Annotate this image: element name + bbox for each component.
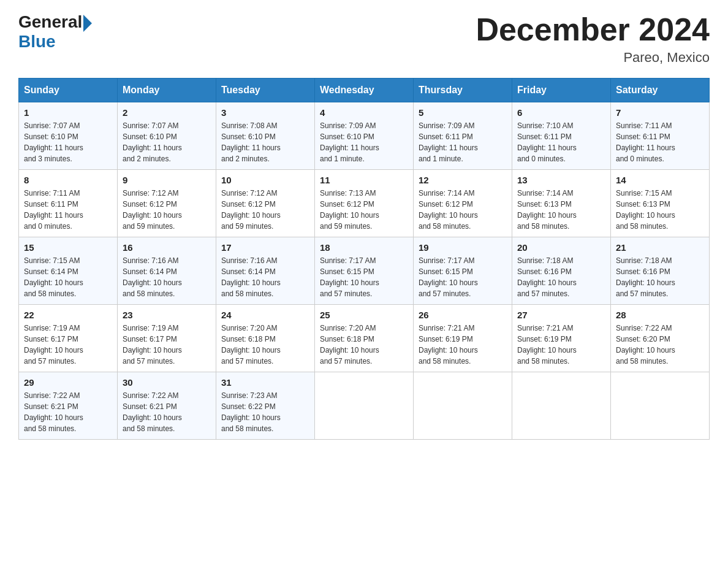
calendar-day-cell: 8Sunrise: 7:11 AM Sunset: 6:11 PM Daylig… <box>19 170 118 237</box>
day-info: Sunrise: 7:17 AM Sunset: 6:15 PM Dayligh… <box>320 255 408 299</box>
day-info: Sunrise: 7:16 AM Sunset: 6:14 PM Dayligh… <box>123 255 211 299</box>
day-info: Sunrise: 7:23 AM Sunset: 6:22 PM Dayligh… <box>221 390 309 434</box>
day-number: 9 <box>123 175 211 185</box>
day-number: 12 <box>419 175 507 185</box>
col-wednesday: Wednesday <box>315 79 414 102</box>
day-info: Sunrise: 7:07 AM Sunset: 6:10 PM Dayligh… <box>123 120 211 164</box>
calendar-table: Sunday Monday Tuesday Wednesday Thursday… <box>18 78 710 440</box>
day-info: Sunrise: 7:21 AM Sunset: 6:19 PM Dayligh… <box>419 323 507 367</box>
col-thursday: Thursday <box>414 79 512 102</box>
day-number: 31 <box>221 377 309 388</box>
day-number: 5 <box>419 107 507 118</box>
calendar-day-cell: 4Sunrise: 7:09 AM Sunset: 6:10 PM Daylig… <box>315 102 414 170</box>
day-number: 25 <box>320 310 408 320</box>
day-info: Sunrise: 7:22 AM Sunset: 6:21 PM Dayligh… <box>24 390 112 434</box>
day-info: Sunrise: 7:19 AM Sunset: 6:17 PM Dayligh… <box>24 323 112 367</box>
calendar-day-cell: 28Sunrise: 7:22 AM Sunset: 6:20 PM Dayli… <box>611 305 710 372</box>
header-row: Sunday Monday Tuesday Wednesday Thursday… <box>19 79 710 102</box>
day-info: Sunrise: 7:18 AM Sunset: 6:16 PM Dayligh… <box>517 255 605 299</box>
calendar-day-cell <box>512 372 611 440</box>
logo-text: General <box>18 12 92 32</box>
calendar-week-row: 22Sunrise: 7:19 AM Sunset: 6:17 PM Dayli… <box>19 305 710 372</box>
day-number: 26 <box>419 310 507 320</box>
calendar-week-row: 1Sunrise: 7:07 AM Sunset: 6:10 PM Daylig… <box>19 102 710 170</box>
col-friday: Friday <box>512 79 611 102</box>
col-saturday: Saturday <box>611 79 710 102</box>
calendar-body: 1Sunrise: 7:07 AM Sunset: 6:10 PM Daylig… <box>19 102 710 440</box>
title-area: December 2024 Pareo, Mexico <box>476 12 710 66</box>
day-info: Sunrise: 7:14 AM Sunset: 6:12 PM Dayligh… <box>419 188 507 232</box>
day-info: Sunrise: 7:08 AM Sunset: 6:10 PM Dayligh… <box>221 120 309 164</box>
calendar-week-row: 29Sunrise: 7:22 AM Sunset: 6:21 PM Dayli… <box>19 372 710 440</box>
day-number: 14 <box>616 175 704 185</box>
day-info: Sunrise: 7:09 AM Sunset: 6:10 PM Dayligh… <box>320 120 408 164</box>
day-info: Sunrise: 7:18 AM Sunset: 6:16 PM Dayligh… <box>616 255 704 299</box>
calendar-day-cell: 17Sunrise: 7:16 AM Sunset: 6:14 PM Dayli… <box>216 237 315 305</box>
day-number: 16 <box>123 242 211 253</box>
calendar-day-cell <box>414 372 512 440</box>
day-number: 27 <box>517 310 605 320</box>
day-number: 4 <box>320 107 408 118</box>
day-number: 24 <box>221 310 309 320</box>
day-info: Sunrise: 7:12 AM Sunset: 6:12 PM Dayligh… <box>123 188 211 232</box>
calendar-day-cell: 2Sunrise: 7:07 AM Sunset: 6:10 PM Daylig… <box>118 102 216 170</box>
calendar-header: Sunday Monday Tuesday Wednesday Thursday… <box>19 79 710 102</box>
calendar-day-cell: 26Sunrise: 7:21 AM Sunset: 6:19 PM Dayli… <box>414 305 512 372</box>
calendar-day-cell: 10Sunrise: 7:12 AM Sunset: 6:12 PM Dayli… <box>216 170 315 237</box>
day-info: Sunrise: 7:14 AM Sunset: 6:13 PM Dayligh… <box>517 188 605 232</box>
day-info: Sunrise: 7:15 AM Sunset: 6:14 PM Dayligh… <box>24 255 112 299</box>
day-info: Sunrise: 7:20 AM Sunset: 6:18 PM Dayligh… <box>221 323 309 367</box>
calendar-day-cell: 5Sunrise: 7:09 AM Sunset: 6:11 PM Daylig… <box>414 102 512 170</box>
day-number: 13 <box>517 175 605 185</box>
calendar-day-cell: 15Sunrise: 7:15 AM Sunset: 6:14 PM Dayli… <box>19 237 118 305</box>
day-number: 17 <box>221 242 309 253</box>
calendar-week-row: 15Sunrise: 7:15 AM Sunset: 6:14 PM Dayli… <box>19 237 710 305</box>
day-number: 11 <box>320 175 408 185</box>
day-number: 2 <box>123 107 211 118</box>
logo-blue: Blue <box>18 32 56 52</box>
day-number: 28 <box>616 310 704 320</box>
day-info: Sunrise: 7:22 AM Sunset: 6:20 PM Dayligh… <box>616 323 704 367</box>
calendar-day-cell <box>315 372 414 440</box>
day-number: 6 <box>517 107 605 118</box>
day-info: Sunrise: 7:17 AM Sunset: 6:15 PM Dayligh… <box>419 255 507 299</box>
day-number: 3 <box>221 107 309 118</box>
day-number: 20 <box>517 242 605 253</box>
month-title: December 2024 <box>476 12 710 47</box>
calendar-day-cell: 21Sunrise: 7:18 AM Sunset: 6:16 PM Dayli… <box>611 237 710 305</box>
logo-arrow-icon <box>83 15 92 32</box>
day-info: Sunrise: 7:09 AM Sunset: 6:11 PM Dayligh… <box>419 120 507 164</box>
col-tuesday: Tuesday <box>216 79 315 102</box>
calendar-week-row: 8Sunrise: 7:11 AM Sunset: 6:11 PM Daylig… <box>19 170 710 237</box>
day-info: Sunrise: 7:21 AM Sunset: 6:19 PM Dayligh… <box>517 323 605 367</box>
calendar-day-cell: 13Sunrise: 7:14 AM Sunset: 6:13 PM Dayli… <box>512 170 611 237</box>
calendar-day-cell: 9Sunrise: 7:12 AM Sunset: 6:12 PM Daylig… <box>118 170 216 237</box>
day-number: 7 <box>616 107 704 118</box>
calendar-day-cell: 1Sunrise: 7:07 AM Sunset: 6:10 PM Daylig… <box>19 102 118 170</box>
day-info: Sunrise: 7:11 AM Sunset: 6:11 PM Dayligh… <box>24 188 112 232</box>
day-info: Sunrise: 7:12 AM Sunset: 6:12 PM Dayligh… <box>221 188 309 232</box>
col-monday: Monday <box>118 79 216 102</box>
day-number: 18 <box>320 242 408 253</box>
day-number: 15 <box>24 242 112 253</box>
calendar-day-cell: 22Sunrise: 7:19 AM Sunset: 6:17 PM Dayli… <box>19 305 118 372</box>
day-number: 22 <box>24 310 112 320</box>
day-number: 23 <box>123 310 211 320</box>
day-number: 30 <box>123 377 211 388</box>
day-number: 8 <box>24 175 112 185</box>
col-sunday: Sunday <box>19 79 118 102</box>
calendar-day-cell: 18Sunrise: 7:17 AM Sunset: 6:15 PM Dayli… <box>315 237 414 305</box>
day-number: 29 <box>24 377 112 388</box>
logo-general: General <box>18 12 82 32</box>
calendar-day-cell <box>611 372 710 440</box>
calendar-day-cell: 3Sunrise: 7:08 AM Sunset: 6:10 PM Daylig… <box>216 102 315 170</box>
calendar-day-cell: 31Sunrise: 7:23 AM Sunset: 6:22 PM Dayli… <box>216 372 315 440</box>
calendar-day-cell: 16Sunrise: 7:16 AM Sunset: 6:14 PM Dayli… <box>118 237 216 305</box>
calendar-day-cell: 23Sunrise: 7:19 AM Sunset: 6:17 PM Dayli… <box>118 305 216 372</box>
logo: General Blue <box>18 12 92 52</box>
day-info: Sunrise: 7:15 AM Sunset: 6:13 PM Dayligh… <box>616 188 704 232</box>
calendar-day-cell: 6Sunrise: 7:10 AM Sunset: 6:11 PM Daylig… <box>512 102 611 170</box>
calendar-day-cell: 19Sunrise: 7:17 AM Sunset: 6:15 PM Dayli… <box>414 237 512 305</box>
day-info: Sunrise: 7:10 AM Sunset: 6:11 PM Dayligh… <box>517 120 605 164</box>
day-number: 21 <box>616 242 704 253</box>
